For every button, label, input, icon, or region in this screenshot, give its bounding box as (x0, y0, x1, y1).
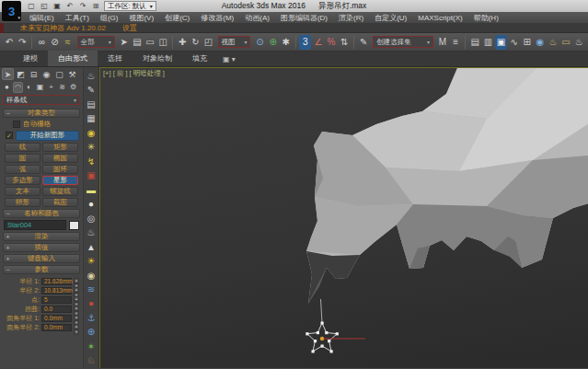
fillet-radius1-spinner[interactable]: ▲▼ (74, 315, 79, 322)
subtab-cameras[interactable]: ▣ (35, 82, 45, 93)
redo-icon[interactable]: ↷ (77, 1, 88, 11)
red-machine-icon[interactable]: ▣ (85, 168, 98, 182)
tab-motion[interactable]: ◉ (40, 68, 52, 80)
select-and-rotate-icon[interactable]: ↻ (190, 35, 202, 50)
vertex-handle[interactable] (317, 331, 319, 334)
points-field[interactable]: 5 (41, 296, 72, 304)
vertex-handle[interactable] (321, 322, 324, 325)
vertex-handle[interactable] (321, 345, 324, 348)
subtab-geometry[interactable]: ● (2, 82, 12, 93)
subtab-shapes[interactable]: ◠ (13, 82, 23, 93)
menu-modifiers[interactable]: 修改器(M) (195, 13, 239, 23)
menu-help[interactable]: 帮助(H) (468, 13, 504, 23)
angle-snap-icon[interactable]: ∠ (312, 35, 324, 50)
rendering-rollout-header[interactable]: + 渲染 (3, 232, 80, 241)
distortion-field[interactable]: 0.0 (41, 306, 72, 313)
anchor-icon[interactable]: ⚓ (85, 311, 98, 325)
render-teapot-icon[interactable]: ♨ (85, 69, 98, 83)
edit-named-selection-sets-icon[interactable]: ✎ (358, 35, 370, 50)
menu-tools[interactable]: 工具(T) (60, 13, 95, 23)
subtab-lights[interactable]: ◐ (24, 82, 34, 93)
curve-editor-icon[interactable]: ∿ (508, 35, 520, 50)
tab-hierarchy[interactable]: ⊟ (28, 68, 40, 80)
bind-to-space-warp-icon[interactable]: ≈ (62, 35, 74, 50)
rendered-frame-window-icon[interactable]: ▭ (559, 35, 571, 50)
workspace-dropdown[interactable]: 工作区: 默认 ▾ (104, 1, 156, 11)
menu-customize[interactable]: 自定义(U) (369, 13, 412, 23)
ribbon-minimize-icon[interactable]: ▣ ▾ (217, 52, 241, 66)
schematic-view-icon[interactable]: ⊞ (521, 35, 533, 50)
named-selection-sets-dropdown[interactable]: 创建选择集▾ (373, 36, 433, 48)
keyboard-entry-rollout-header[interactable]: + 键盘输入 (3, 254, 80, 263)
menu-group[interactable]: 组(G) (95, 13, 124, 23)
undo-icon[interactable]: ↶ (64, 1, 75, 11)
sphere-icon[interactable]: ● (85, 197, 98, 211)
open-file-icon[interactable]: ◱ (39, 1, 50, 11)
project-folder-icon[interactable]: ⊞ (90, 1, 101, 11)
shape-button-text[interactable]: 文本 (5, 187, 40, 196)
vertex-handle[interactable] (314, 340, 317, 342)
ribbon-tab-freeform[interactable]: 自由形式 (48, 51, 98, 66)
app-menu-button[interactable]: 3▾ (2, 1, 21, 21)
layer-explorer-icon[interactable]: ▥ (482, 35, 494, 50)
viewport-front[interactable]: [+] [ 前 ] [ 明暗处理 ] (99, 67, 588, 368)
yellow-panel-icon[interactable]: ▬ (85, 183, 98, 197)
vertex-handle[interactable] (325, 331, 328, 334)
subtab-helpers[interactable]: + (46, 82, 56, 93)
vertex-handle[interactable] (330, 350, 333, 352)
ribbon-toggle-icon[interactable]: ▣ (495, 35, 507, 50)
list-tool-icon[interactable]: ▤ (85, 98, 98, 111)
redo-icon[interactable]: ↷ (17, 35, 29, 50)
selection-filter-dropdown[interactable]: 全部▾ (77, 36, 115, 48)
radius1-field[interactable]: 21.626mm (41, 278, 72, 285)
disc-icon[interactable]: ◉ (85, 269, 98, 283)
align-icon[interactable]: ≡ (450, 35, 462, 50)
subtab-space-warps[interactable]: ≋ (57, 82, 67, 93)
ribbon-tab-modeling[interactable]: 建模 (13, 51, 48, 66)
tab-utilities[interactable]: ⚒ (66, 68, 78, 80)
object-type-rollout-header[interactable]: − 对象类型 (3, 109, 80, 118)
menu-edit[interactable]: 编辑(E) (24, 13, 60, 23)
ribbon-tab-object-paint[interactable]: 对象绘制 (133, 51, 182, 66)
scene-explorer-icon[interactable]: ▤ (469, 35, 481, 50)
fillet-radius2-field[interactable]: 0.0mm (41, 324, 72, 331)
use-pivot-point-center-icon[interactable]: ⊙ (254, 35, 266, 50)
horse-icon[interactable]: ♘ (85, 353, 98, 367)
save-icon[interactable]: ▣ (52, 1, 63, 11)
keyboard-shortcut-override-icon[interactable]: ✱ (280, 35, 292, 50)
undo-icon[interactable]: ↶ (4, 35, 16, 50)
reference-coordinate-system-dropdown[interactable]: 视图▾ (218, 36, 251, 48)
menu-create[interactable]: 创建(C) (159, 13, 195, 23)
mirror-icon[interactable]: M (436, 35, 448, 50)
menu-maxscript[interactable]: MAXScript(X) (412, 14, 467, 22)
shape-button-star[interactable]: 星形 (42, 176, 78, 185)
shape-button-egg[interactable]: 卵形 (5, 198, 40, 207)
notes-icon[interactable]: ✎ (85, 83, 98, 97)
start-new-shape-button[interactable]: 开始新图形 (16, 131, 79, 141)
select-and-move-icon[interactable]: ✚ (177, 35, 189, 50)
window-tool-icon[interactable]: ▦ (85, 111, 98, 125)
shape-button-line[interactable]: 线 (5, 143, 40, 152)
select-and-manipulate-icon[interactable]: ⊕ (267, 35, 279, 50)
shape-button-rectangle[interactable]: 矩形 (42, 143, 78, 152)
ribbon-tab-selection[interactable]: 选择 (98, 51, 133, 66)
snaps-toggle-3d-icon[interactable]: 3 (299, 35, 311, 50)
object-name-field[interactable]: Star004 (4, 220, 66, 230)
teapot-icon[interactable]: ♨ (85, 225, 98, 239)
sun-icon[interactable]: ☀ (85, 254, 98, 268)
menu-graph-editors[interactable]: 图形编辑器(D) (275, 13, 333, 23)
shape-button-donut[interactable]: 圆环 (42, 165, 78, 174)
tab-create[interactable]: ➤ (2, 68, 14, 80)
render-setup-icon[interactable]: ♨ (547, 35, 559, 50)
name-color-rollout-header[interactable]: − 名称和颜色 (3, 209, 80, 218)
start-new-shape-checkbox[interactable]: ✓ (6, 132, 13, 139)
window-crossing-icon[interactable]: ◫ (157, 35, 169, 50)
vertex-handle[interactable] (336, 332, 339, 335)
fillet-radius1-field[interactable]: 0.0mm (41, 315, 72, 322)
percent-snap-icon[interactable]: % (326, 35, 338, 50)
fillet-radius2-spinner[interactable]: ▲▼ (74, 324, 79, 331)
green-burst-icon[interactable]: ✶ (85, 340, 98, 353)
vertex-handle[interactable] (312, 350, 315, 352)
interpolation-rollout-header[interactable]: + 插值 (3, 243, 80, 252)
radius1-spinner[interactable]: ▲▼ (74, 278, 79, 285)
